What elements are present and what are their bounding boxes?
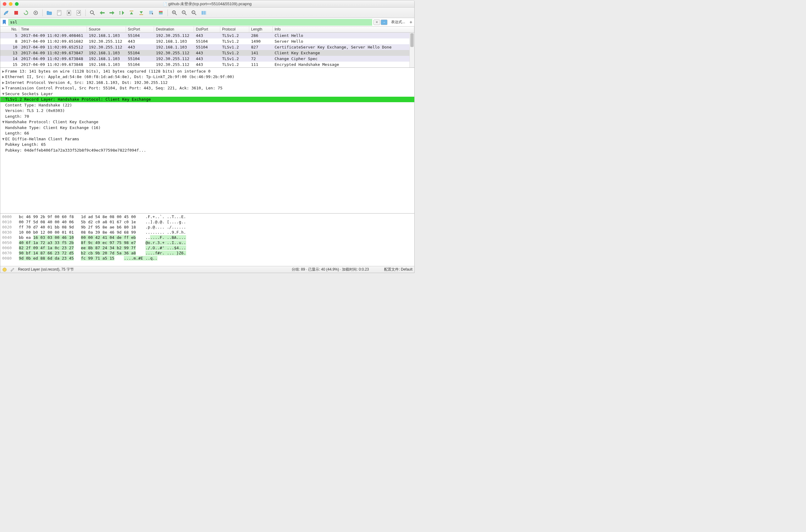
expand-toggle-icon[interactable] — [1, 126, 5, 130]
expand-toggle-icon[interactable]: ▼ — [1, 137, 5, 141]
hex-line[interactable]: 0030 10 00 b0 12 00 00 01 01 08 0a 39 8e… — [2, 230, 412, 235]
col-no[interactable]: No. — [0, 26, 19, 32]
expand-toggle-icon[interactable]: ▼ — [1, 97, 5, 101]
toolbar-sep — [85, 10, 86, 16]
resize-columns-button[interactable] — [199, 8, 208, 17]
expand-toggle-icon[interactable]: ▼ — [1, 119, 5, 124]
packet-list-header[interactable]: No. Time Source SrcPort Destination DstP… — [0, 26, 414, 33]
tree-row[interactable]: ▼ TLSv1.2 Record Layer: Handshake Protoc… — [0, 97, 414, 102]
hex-line[interactable]: 0070 90 bf 14 87 66 23 72 d5 b2 cb 9b 20… — [2, 250, 412, 255]
col-source[interactable]: Source — [87, 26, 126, 32]
hex-line[interactable]: 0010 00 7f 5d 08 40 00 40 06 5b d2 c0 a8… — [2, 219, 412, 225]
expand-toggle-icon[interactable]: ▶ — [1, 74, 5, 79]
restart-capture-button[interactable] — [22, 8, 30, 17]
scrollbar-thumb[interactable] — [410, 33, 414, 47]
packet-list-scrollbar[interactable] — [409, 33, 414, 68]
expand-toggle-icon[interactable] — [1, 131, 5, 135]
tree-row[interactable]: ▼ EC Diffie-Hellman Client Params — [0, 136, 414, 142]
tree-row[interactable]: Content Type: Handshake (22) — [0, 102, 414, 108]
expert-info-button[interactable] — [2, 267, 7, 272]
col-protocol[interactable]: Protocol — [220, 26, 249, 32]
packet-list-body[interactable]: 52017-04-09 11:02:09.408461192.168.1.103… — [0, 33, 414, 68]
expand-toggle-icon[interactable]: ▶ — [1, 69, 5, 74]
expand-toggle-icon[interactable]: ▶ — [1, 86, 5, 90]
expand-toggle-icon[interactable] — [1, 114, 5, 119]
close-window-button[interactable] — [3, 2, 6, 6]
display-filter-input[interactable] — [8, 19, 372, 26]
svg-rect-19 — [149, 12, 153, 13]
tree-label: Length: 66 — [5, 131, 29, 135]
expand-toggle-icon[interactable] — [1, 142, 5, 147]
zoom-reset-button[interactable]: 1 — [190, 8, 198, 17]
hex-line[interactable]: 0020 ff 70 d7 40 01 bb 08 9d 9b 2f 95 8e… — [2, 225, 412, 230]
packet-row[interactable]: 82017-04-09 11:02:09.651682192.30.255.11… — [0, 38, 414, 44]
tree-row[interactable]: Pubkey Length: 65 — [0, 142, 414, 148]
expression-button[interactable]: 表达式... — [389, 19, 407, 26]
bookmark-icon[interactable] — [1, 19, 7, 25]
tree-row[interactable]: Pubkey: 04deffeb406f1a72a333f52b8f9c49ec… — [0, 147, 414, 153]
go-last-button[interactable] — [137, 8, 146, 17]
colorize-button[interactable] — [156, 8, 165, 17]
hex-line[interactable]: 0080 9d 0b ed 88 6d da 23 45 fc 99 71 a5… — [2, 255, 412, 261]
packet-bytes-pane[interactable]: 0000 bc 46 99 2b 9f 00 60 f8 1d ad 54 8e… — [0, 213, 414, 266]
zoom-window-button[interactable] — [15, 2, 19, 6]
hex-line[interactable]: 0050 40 6f 1a 72 a3 33 f5 2b 8f 9c 49 ec… — [2, 240, 412, 245]
tree-row[interactable]: ▶Transmission Control Protocol, Src Port… — [0, 86, 414, 91]
edit-comment-button[interactable] — [10, 267, 15, 272]
col-time[interactable]: Time — [19, 26, 87, 32]
reload-file-button[interactable] — [74, 8, 83, 17]
clear-filter-button[interactable]: ✕ — [373, 20, 380, 25]
expand-toggle-icon[interactable]: ▼ — [1, 92, 5, 96]
col-srcport[interactable]: SrcPort — [126, 26, 154, 32]
col-destination[interactable]: Destination — [154, 26, 194, 32]
zoom-out-button[interactable] — [180, 8, 189, 17]
svg-rect-14 — [119, 13, 120, 13]
add-filter-button[interactable]: + — [407, 19, 414, 26]
find-packet-button[interactable] — [88, 8, 97, 17]
col-length[interactable]: Length — [249, 26, 273, 32]
tree-row[interactable]: ▶Frame 13: 141 bytes on wire (1128 bits)… — [0, 68, 414, 74]
capture-options-button[interactable] — [32, 8, 40, 17]
go-forward-button[interactable] — [108, 8, 116, 17]
go-to-packet-button[interactable] — [117, 8, 126, 17]
svg-text:1: 1 — [192, 11, 194, 14]
tree-row[interactable]: ▼ Handshake Protocol: Client Key Exchang… — [0, 119, 414, 125]
save-file-button[interactable] — [55, 8, 63, 17]
tree-row[interactable]: Handshake Type: Client Key Exchange (16) — [0, 125, 414, 131]
packet-row[interactable]: 102017-04-09 11:02:09.652512192.30.255.1… — [0, 44, 414, 50]
tree-row[interactable]: ▶Ethernet II, Src: Apple_ad:54:8e (60:f8… — [0, 74, 414, 80]
expand-toggle-icon[interactable] — [1, 108, 5, 113]
go-first-button[interactable] — [127, 8, 136, 17]
shark-fin-icon[interactable] — [2, 8, 11, 17]
hex-line[interactable]: 0040 bb ea 16 03 03 00 46 10 00 00 42 41… — [2, 235, 412, 240]
svg-line-10 — [93, 14, 95, 15]
toolbar-sep — [42, 10, 43, 16]
col-info[interactable]: Info — [273, 26, 414, 32]
packet-row[interactable]: 142017-04-09 11:02:09.673848192.168.1.10… — [0, 56, 414, 62]
tree-row[interactable]: Length: 66 — [0, 131, 414, 136]
svg-rect-16 — [130, 11, 133, 11]
tree-row[interactable]: ▶Internet Protocol Version 4, Src: 192.1… — [0, 80, 414, 86]
apply-filter-button[interactable]: → — [381, 20, 387, 25]
go-back-button[interactable] — [98, 8, 107, 17]
hex-line[interactable]: 0000 bc 46 99 2b 9f 00 60 f8 1d ad 54 8e… — [2, 214, 412, 219]
zoom-in-button[interactable] — [170, 8, 179, 17]
expand-toggle-icon[interactable]: ▶ — [1, 80, 5, 85]
minimize-window-button[interactable] — [9, 2, 13, 6]
hex-line[interactable]: 0060 82 2f 09 4f 1a 0c 23 27 ee 8b 87 24… — [2, 245, 412, 250]
svg-rect-11 — [101, 12, 104, 14]
tree-row[interactable]: Length: 70 — [0, 113, 414, 119]
auto-scroll-button[interactable] — [147, 8, 155, 17]
stop-capture-button[interactable] — [12, 8, 20, 17]
packet-row[interactable]: 132017-04-09 11:02:09.673847192.168.1.10… — [0, 50, 414, 56]
packet-row[interactable]: 52017-04-09 11:02:09.408461192.168.1.103… — [0, 33, 414, 38]
packet-row[interactable]: 152017-04-09 11:02:09.673848192.168.1.10… — [0, 62, 414, 68]
col-dstport[interactable]: DstPort — [194, 26, 220, 32]
expand-toggle-icon[interactable] — [1, 103, 5, 107]
open-file-button[interactable] — [45, 8, 54, 17]
tree-row[interactable]: ▼Secure Sockets Layer — [0, 91, 414, 97]
packet-details-pane[interactable]: ▶Frame 13: 141 bytes on wire (1128 bits)… — [0, 68, 414, 213]
close-file-button[interactable] — [65, 8, 73, 17]
expand-toggle-icon[interactable] — [1, 148, 5, 153]
tree-row[interactable]: Version: TLS 1.2 (0x0303) — [0, 108, 414, 114]
